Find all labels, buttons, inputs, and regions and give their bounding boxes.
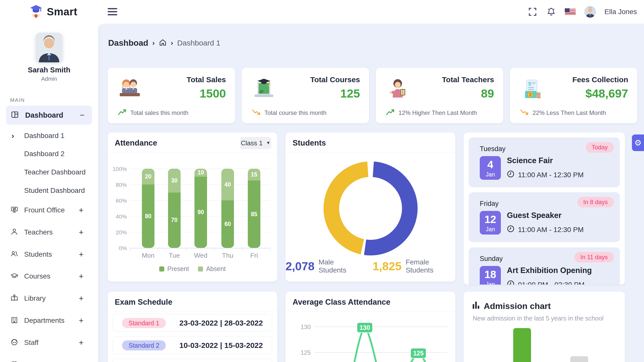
attendance-bar-wed[interactable]: 10 90: [194, 169, 207, 248]
invoice-money-icon: $ $: [520, 77, 544, 101]
attendance-bar-mon[interactable]: 20 80: [142, 169, 154, 248]
menu-toggle-icon[interactable]: [108, 8, 117, 16]
main-content: Dashboad › › Dashboard 1 Total Sales 150…: [98, 24, 644, 362]
svg-text:$: $: [529, 93, 532, 97]
expand-plus-icon[interactable]: +: [79, 206, 84, 215]
departments-building-icon: [11, 316, 18, 325]
attendance-bar-thu[interactable]: 40 60: [221, 169, 234, 248]
male-students-value: 2,078: [286, 259, 314, 273]
sidebar-item-dashboard-1[interactable]: › Dashboard 1: [0, 129, 98, 143]
trend-down-icon: [520, 109, 529, 117]
card-title: Exam Schedule: [115, 298, 172, 307]
expand-plus-icon[interactable]: +: [79, 228, 84, 237]
stat-card-total-teachers: Total Teachers 89 12% Higher Then Last M…: [376, 68, 503, 123]
stat-card-total-sales: Total Sales 1500 Total sales this month: [108, 68, 235, 123]
event-item-art-exhibition[interactable]: Sunday In 11 days 18Jan Art Exhibition O…: [469, 247, 620, 285]
expand-plus-icon[interactable]: +: [79, 294, 84, 303]
x-axis-label: Mon: [134, 252, 162, 259]
home-icon[interactable]: [159, 38, 167, 48]
sidebar-item-holidays[interactable]: Holidays +: [0, 357, 98, 362]
admission-bar-green[interactable]: [513, 328, 531, 362]
class-filter-dropdown[interactable]: Class 1 ▼: [240, 137, 271, 149]
language-flag-us-icon[interactable]: [565, 8, 576, 16]
sidebar-item-label: Dashboard: [25, 111, 63, 119]
expand-plus-icon[interactable]: +: [79, 338, 84, 347]
breadcrumb: Dashboad › › Dashboard 1: [108, 38, 220, 48]
settings-gear-button[interactable]: ⚙: [632, 134, 644, 151]
exam-row-standard-1[interactable]: Standard 1 23-03-2022 | 28-03-2022: [113, 314, 272, 332]
breadcrumb-separator: ›: [152, 39, 155, 47]
x-axis-label: Thu: [214, 252, 242, 259]
x-axis-label: Wed: [187, 252, 215, 259]
students-donut-chart[interactable]: [286, 154, 455, 263]
clock-icon: [507, 225, 514, 234]
stat-value: 125: [340, 86, 360, 100]
app-logo[interactable]: Smart: [29, 4, 77, 20]
sidebar-item-teacher-dashboard[interactable]: Teacher Dashboard: [0, 165, 98, 179]
expand-plus-icon[interactable]: +: [79, 360, 84, 362]
stat-note-text: Total course this month: [264, 109, 327, 116]
user-avatar[interactable]: [584, 6, 596, 18]
sidebar-item-students[interactable]: Students +: [0, 247, 98, 262]
sidebar-item-library[interactable]: Library +: [0, 291, 98, 306]
profile-role: Admin: [0, 76, 98, 82]
event-date-box: 18Jan: [480, 266, 501, 285]
admission-bar-gray[interactable]: [570, 356, 588, 362]
y-axis-tick: 100%: [109, 166, 127, 172]
sidebar-item-frount-office[interactable]: Frount Office +: [0, 203, 98, 218]
attendance-bar-tue[interactable]: 30 70: [168, 169, 181, 248]
legend-swatch-absent: [198, 266, 203, 272]
sidebar-item-departments[interactable]: Departments +: [0, 313, 98, 328]
exam-tag: Standard 2: [122, 340, 166, 350]
sidebar-item-teachers[interactable]: Teachers +: [0, 225, 98, 240]
event-item-guest-speaker[interactable]: Friday In 8 days 12Jan Guest Speaker 11:…: [469, 192, 620, 242]
event-date-box: 4Jan: [480, 156, 501, 180]
attendance-bar-fri[interactable]: 15 85: [248, 169, 260, 248]
stat-value: 89: [481, 86, 494, 100]
caret-down-icon: ▼: [266, 141, 270, 146]
stat-value: 1500: [199, 86, 226, 100]
students-pair-icon: [118, 77, 142, 101]
female-students-value: 1,825: [373, 259, 401, 273]
breadcrumb-current: Dashboard 1: [177, 39, 220, 47]
sidebar-item-staff[interactable]: Staff +: [0, 335, 98, 350]
sidebar: Sarah Smith Admin MAIN Dashboard − › Das…: [0, 24, 98, 362]
expand-plus-icon[interactable]: +: [79, 316, 84, 325]
stat-title: Total Sales: [187, 75, 226, 84]
exam-dates: 10-03-2022 | 15-03-2022: [179, 337, 263, 354]
x-axis-label: Tue: [160, 252, 188, 259]
staff-face-icon: [11, 338, 18, 347]
user-name[interactable]: Ella Jones: [605, 8, 637, 16]
card-title: Admission chart: [484, 301, 551, 311]
event-badge: In 11 days: [574, 252, 614, 262]
expand-plus-icon[interactable]: +: [79, 272, 84, 281]
sidebar-item-student-dashboard[interactable]: Student Dashboard: [0, 184, 98, 198]
y-axis-tick: 80%: [109, 182, 127, 188]
sidebar-item-dashboard[interactable]: Dashboard −: [6, 106, 92, 125]
breadcrumb-root[interactable]: Dashboad: [108, 38, 148, 48]
event-badge: In 8 days: [577, 197, 614, 207]
stat-card-total-courses: Total Courses 125 Total course this mont…: [242, 68, 369, 123]
events-card: Tuesday Today 4Jan Science Fair 11:00 AM…: [464, 132, 625, 285]
front-office-icon: [11, 206, 18, 214]
breadcrumb-separator: ›: [171, 39, 173, 47]
collapse-minus-icon[interactable]: −: [80, 111, 85, 120]
sidebar-item-courses[interactable]: Courses +: [0, 269, 98, 284]
card-title: Attendance: [115, 139, 157, 148]
exam-dates: 23-03-2022 | 28-03-2022: [179, 314, 263, 332]
exam-row-standard-2[interactable]: Standard 2 10-03-2022 | 15-03-2022: [113, 336, 272, 354]
app-title: Smart: [47, 6, 77, 18]
profile-photo: [36, 33, 62, 62]
exam-schedule-card: Exam Schedule Standard 1 23-03-2022 | 28…: [108, 292, 277, 362]
trend-down-icon: [252, 109, 261, 117]
expand-plus-icon[interactable]: +: [79, 250, 84, 259]
event-item-science-fair[interactable]: Tuesday Today 4Jan Science Fair 11:00 AM…: [469, 138, 620, 187]
sidebar-item-dashboard-2[interactable]: Dashboard 2: [0, 147, 98, 161]
stat-value: $48,697: [585, 86, 628, 100]
y-axis-tick: 20%: [109, 229, 127, 236]
notifications-bell-icon[interactable]: [546, 7, 556, 17]
fullscreen-icon[interactable]: [528, 7, 538, 17]
clock-icon: [507, 170, 514, 179]
attendance-card: Attendance Class 1 ▼ 100% 80% 60% 40% 20…: [108, 132, 277, 282]
students-card: Students 2,078 Male Students 1,825 Femal…: [286, 132, 455, 282]
